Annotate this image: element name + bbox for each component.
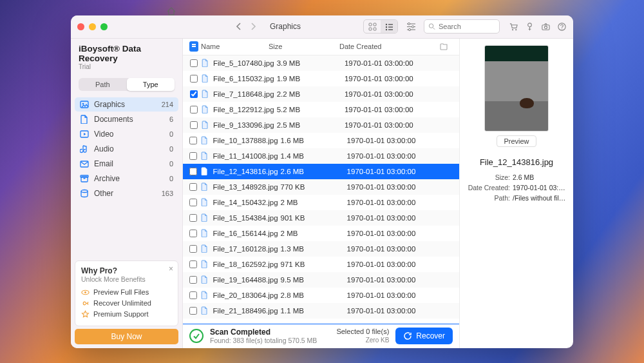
table-row[interactable]: File_8_122912.jpg 5.2 MB 1970-01-01 03:0… [183,102,459,117]
window-zoom-button[interactable] [100,23,108,30]
sidebar: iBoysoft® Data Recovery Trial Path Type … [71,39,183,348]
table-row[interactable]: File_21_188496.jpg 1.1 MB 1970-01-01 03:… [183,303,459,319]
file-size: 2 MB [278,199,345,206]
file-date: 1970-01-01 03:00:00 [342,59,434,67]
svg-rect-17 [542,25,549,30]
file-size: 1.9 MB [274,75,342,83]
table-row[interactable]: File_5_107480.jpg 3.9 MB 1970-01-01 03:0… [183,55,459,71]
recover-button[interactable]: Recover [395,328,453,344]
row-checkbox[interactable] [189,199,197,206]
segment-type[interactable]: Type [127,78,175,91]
column-size[interactable]: Size [266,43,337,50]
svg-point-20 [562,28,562,29]
sidebar-item-other[interactable]: Other 163 [75,186,178,201]
cart-icon[interactable] [509,22,518,32]
row-checkbox[interactable] [190,121,198,129]
svg-rect-27 [84,178,86,179]
nav-forward-button[interactable] [249,23,257,30]
sidebar-item-archive[interactable]: Archive 0 [75,172,178,186]
file-icon [200,260,209,269]
row-checkbox[interactable] [189,291,197,299]
table-row[interactable]: File_17_160128.jpg 1.3 MB 1970-01-01 03:… [183,241,459,257]
svg-point-28 [81,190,88,192]
promo-close-button[interactable]: × [169,264,173,273]
file-name: File_14_150432.jpg [213,199,278,206]
column-name[interactable]: Name [201,43,220,50]
recover-label: Recover [416,331,445,340]
row-checkbox[interactable] [189,276,197,284]
camera-icon[interactable] [541,22,551,32]
file-icon [200,306,209,315]
titlebar: Graphics [71,15,573,39]
row-checkbox[interactable] [189,230,197,237]
home-button[interactable] [166,15,176,17]
row-checkbox[interactable] [189,137,197,144]
list-view-button[interactable] [381,20,397,33]
file-size: 1.4 MB [278,152,345,160]
sidebar-item-graphics[interactable]: Graphics 214 [75,97,178,112]
file-icon [200,152,209,161]
row-checkbox[interactable] [189,183,197,191]
sidebar-item-audio[interactable]: Audio 0 [75,142,178,156]
segment-path[interactable]: Path [79,78,127,91]
search-box[interactable] [424,19,500,34]
table-row[interactable]: File_7_118648.jpg 2.2 MB 1970-01-01 03:0… [183,86,459,102]
filter-button[interactable] [404,22,417,32]
file-size: 2.6 MB [278,168,345,175]
sidebar-item-email[interactable]: Email 0 [75,157,178,171]
row-checkbox[interactable] [190,59,198,67]
preview-button[interactable]: Preview [497,135,536,147]
svg-rect-1 [374,23,376,26]
preview-panel: Preview File_12_143816.jpg Size:2.6 MB D… [459,39,573,348]
nav-back-button[interactable] [235,23,243,30]
file-name: File_15_154384.jpg [213,214,278,222]
file-name: File_9_133096.jpg [213,121,274,129]
svg-rect-2 [369,28,372,30]
breadcrumb[interactable]: Graphics [270,22,301,31]
file-date: 1970-01-01 03:00:00 [345,276,435,284]
file-size: 2.2 MB [274,90,342,98]
table-row[interactable]: File_9_133096.jpg 2.5 MB 1970-01-01 03:0… [183,117,459,133]
window-close-button[interactable] [77,23,84,30]
row-checkbox[interactable] [189,260,197,268]
row-checkbox[interactable] [189,245,197,253]
status-selected-count: Selected 0 file(s) [336,328,389,336]
key-icon[interactable] [525,22,535,32]
file-list[interactable]: File_5_107480.jpg 3.9 MB 1970-01-01 03:0… [183,55,459,324]
column-date[interactable]: Date Created [337,43,433,50]
select-all-checkbox[interactable] [189,41,198,52]
help-icon[interactable] [557,22,567,32]
table-row[interactable]: File_6_115032.jpg 1.9 MB 1970-01-01 03:0… [183,71,459,86]
search-input[interactable] [439,23,495,30]
file-name: File_11_141008.jpg [213,152,278,160]
row-checkbox[interactable] [190,75,198,83]
table-row[interactable]: File_15_154384.jpg 901 KB 1970-01-01 03:… [183,210,459,226]
sidebar-item-video[interactable]: Video 0 [75,127,178,141]
file-icon [200,229,209,238]
table-row[interactable]: File_12_143816.jpg 2.6 MB 1970-01-01 03:… [183,164,459,179]
sidebar-item-documents[interactable]: Documents 6 [75,112,178,126]
window-minimize-button[interactable] [89,23,96,30]
row-checkbox[interactable] [190,90,198,98]
row-checkbox[interactable] [189,152,197,160]
status-title: Scan Completed [210,328,317,337]
buy-now-button[interactable]: Buy Now [75,329,178,344]
sidebar-item-label: Other [94,189,113,198]
row-checkbox[interactable] [189,168,197,175]
table-row[interactable]: File_10_137888.jpg 1.6 MB 1970-01-01 03:… [183,133,459,148]
row-checkbox[interactable] [189,214,197,222]
file-name: File_17_160128.jpg [213,245,278,253]
row-checkbox[interactable] [189,307,197,315]
table-row[interactable]: File_19_164488.jpg 9.5 MB 1970-01-01 03:… [183,272,459,288]
sidebar-item-label: Video [94,130,113,139]
preview-filename: File_12_143816.jpg [480,157,553,167]
tree-toggle-button[interactable] [433,42,453,52]
table-row[interactable]: File_16_156144.jpg 2 MB 1970-01-01 03:00… [183,226,459,241]
table-row[interactable]: File_18_162592.jpg 971 KB 1970-01-01 03:… [183,257,459,272]
grid-view-button[interactable] [364,20,381,33]
table-row[interactable]: File_11_141008.jpg 1.4 MB 1970-01-01 03:… [183,148,459,164]
table-row[interactable]: File_13_148928.jpg 770 KB 1970-01-01 03:… [183,179,459,195]
table-row[interactable]: File_20_183064.jpg 2.8 MB 1970-01-01 03:… [183,288,459,303]
table-row[interactable]: File_14_150432.jpg 2 MB 1970-01-01 03:00… [183,195,459,210]
row-checkbox[interactable] [190,106,198,113]
